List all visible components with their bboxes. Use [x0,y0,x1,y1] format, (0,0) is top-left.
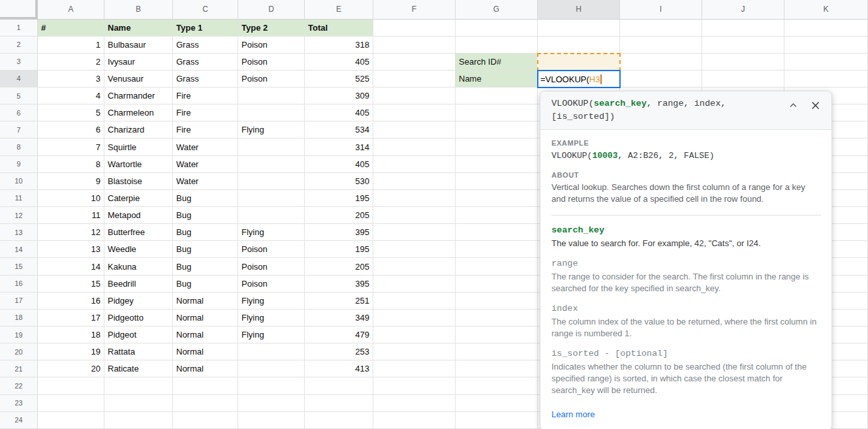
cell-H2[interactable] [538,37,620,54]
cell-C20[interactable]: Normal [173,343,238,360]
active-cell-editor-H4[interactable]: =VLOOKUP(H3 [537,70,621,88]
cell-F17[interactable] [373,293,456,310]
cell-B23[interactable] [104,395,173,412]
cell-G16[interactable] [456,276,538,293]
cell-F15[interactable] [373,258,456,275]
learn-more-link[interactable]: Learn more [551,409,595,419]
cell-D14[interactable]: Poison [238,241,305,258]
cell-E2[interactable]: 318 [305,37,373,54]
cell-F10[interactable] [373,173,456,190]
cell-G11[interactable] [456,190,538,207]
cell-G3[interactable]: Search ID# [456,54,538,71]
cell-C1[interactable]: Type 1 [173,20,238,37]
cell-G17[interactable] [456,293,538,310]
column-header-E[interactable]: E [305,0,373,20]
cell-A13[interactable]: 12 [38,224,104,241]
cell-C16[interactable]: Bug [173,276,238,293]
cell-G19[interactable] [456,326,538,343]
cell-E7[interactable]: 534 [305,121,373,138]
cell-E8[interactable]: 314 [305,138,373,155]
cell-C19[interactable]: Normal [173,326,238,343]
cell-B14[interactable]: Weedle [104,241,173,258]
cell-C2[interactable]: Grass [173,37,238,54]
cell-G18[interactable] [456,310,538,326]
row-header-4[interactable]: 4 [0,71,38,87]
row-header-24[interactable]: 24 [0,412,38,429]
cell-J4[interactable] [702,71,784,87]
cell-G20[interactable] [456,343,538,360]
cell-E18[interactable]: 349 [305,310,373,326]
cell-F23[interactable] [373,395,456,412]
cell-C21[interactable]: Normal [173,360,238,377]
cell-G21[interactable] [456,360,538,377]
cell-D8[interactable] [238,138,305,155]
row-header-11[interactable]: 11 [0,190,38,207]
cell-A23[interactable] [38,395,104,412]
cell-D23[interactable] [238,395,305,412]
cell-E4[interactable]: 525 [305,71,373,87]
cell-A21[interactable]: 20 [38,360,104,377]
row-header-9[interactable]: 9 [0,156,38,173]
cell-A11[interactable]: 10 [38,190,104,207]
select-all-corner[interactable] [0,0,38,20]
cell-B12[interactable]: Metapod [104,207,173,224]
cell-C13[interactable]: Bug [173,224,238,241]
column-header-B[interactable]: B [104,0,173,20]
row-header-16[interactable]: 16 [0,276,38,293]
cell-B21[interactable]: Raticate [104,360,173,377]
cell-J1[interactable] [702,20,784,37]
cell-F4[interactable] [373,71,456,87]
cell-J3[interactable] [702,54,784,71]
cell-E17[interactable]: 251 [305,293,373,310]
cell-E3[interactable]: 405 [305,54,373,71]
cell-B16[interactable]: Beedrill [104,276,173,293]
row-header-20[interactable]: 20 [0,343,38,360]
cell-D4[interactable]: Poison [238,71,305,87]
row-header-6[interactable]: 6 [0,104,38,121]
cell-B8[interactable]: Squirtle [104,138,173,155]
cell-B22[interactable] [104,377,173,394]
cell-A19[interactable]: 18 [38,326,104,343]
cell-E5[interactable]: 309 [305,87,373,104]
cell-A6[interactable]: 5 [38,104,104,121]
cell-B20[interactable]: Rattata [104,343,173,360]
column-header-F[interactable]: F [373,0,456,20]
cell-F5[interactable] [373,87,456,104]
cell-D13[interactable]: Flying [238,224,305,241]
cell-E13[interactable]: 395 [305,224,373,241]
cell-G1[interactable] [456,20,538,37]
cell-F16[interactable] [373,276,456,293]
cell-E6[interactable]: 405 [305,104,373,121]
cell-G8[interactable] [456,138,538,155]
cell-D18[interactable]: Flying [238,310,305,326]
cell-E12[interactable]: 205 [305,207,373,224]
cell-B17[interactable]: Pidgey [104,293,173,310]
cell-D19[interactable]: Flying [238,326,305,343]
cell-F8[interactable] [373,138,456,155]
cell-C11[interactable]: Bug [173,190,238,207]
cell-E1[interactable]: Total [305,20,373,37]
cell-A22[interactable] [38,377,104,394]
row-header-7[interactable]: 7 [0,121,38,138]
cell-F18[interactable] [373,310,456,326]
cell-G4[interactable]: Name [456,71,538,87]
cell-F21[interactable] [373,360,456,377]
row-header-2[interactable]: 2 [0,37,38,54]
cell-C6[interactable]: Fire [173,104,238,121]
cell-C5[interactable]: Fire [173,87,238,104]
cell-G23[interactable] [456,395,538,412]
cell-A9[interactable]: 8 [38,156,104,173]
cell-D5[interactable] [238,87,305,104]
cell-F14[interactable] [373,241,456,258]
column-header-H[interactable]: H [538,0,620,20]
column-header-A[interactable]: A [38,0,104,20]
cell-K1[interactable] [784,20,868,37]
column-header-D[interactable]: D [238,0,305,20]
cell-E20[interactable]: 253 [305,343,373,360]
cell-F24[interactable] [373,412,456,429]
cell-A24[interactable] [38,412,104,429]
column-header-C[interactable]: C [173,0,238,20]
cell-D9[interactable] [238,156,305,173]
cell-E15[interactable]: 205 [305,258,373,275]
cell-A1[interactable]: # [38,20,104,37]
